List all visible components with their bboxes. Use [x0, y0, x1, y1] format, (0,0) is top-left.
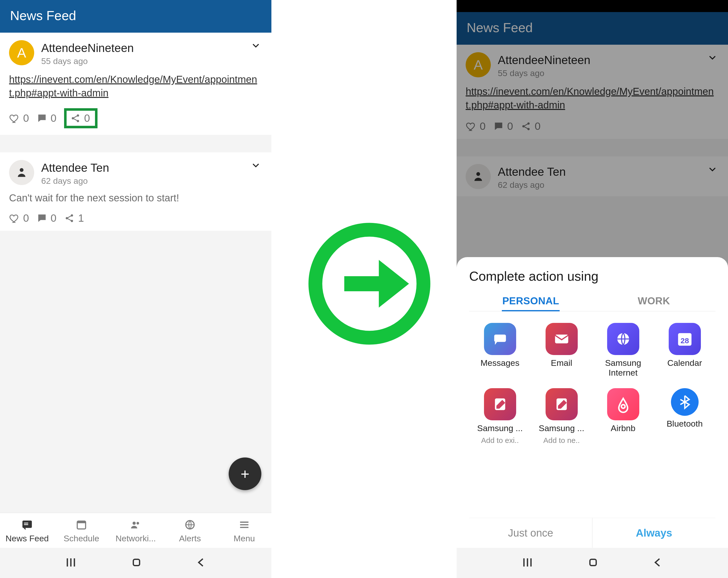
- avatar[interactable]: A: [9, 40, 34, 65]
- browser-icon: [607, 323, 639, 355]
- tab-label: Menu: [233, 533, 255, 543]
- people-icon: [129, 519, 142, 531]
- svg-rect-7: [22, 521, 32, 528]
- app-label: Samsung ...: [477, 423, 523, 433]
- home-button[interactable]: [587, 556, 599, 570]
- share-target-messages[interactable]: Messages: [469, 323, 531, 378]
- tab-label: Schedule: [63, 533, 99, 543]
- tab-work[interactable]: WORK: [592, 293, 716, 311]
- home-button[interactable]: [130, 556, 143, 570]
- globe-icon: [184, 519, 196, 531]
- svg-point-12: [133, 522, 136, 525]
- tab-personal[interactable]: PERSONAL: [469, 293, 592, 311]
- share-target-samsung-notes-new[interactable]: Samsung ... Add to ne..: [531, 388, 592, 445]
- app-label: Airbnb: [610, 423, 635, 433]
- post-author[interactable]: Attendee Ten: [41, 161, 262, 174]
- post-text: Can't wait for the next session to start…: [9, 192, 179, 203]
- tab-alerts[interactable]: Alerts: [163, 519, 217, 543]
- plus-icon: +: [240, 465, 249, 483]
- app-label: Calendar: [668, 358, 702, 368]
- comment-button[interactable]: 0: [36, 112, 56, 124]
- bottom-nav: News Feed Schedule Networki... Alerts Me…: [0, 513, 271, 548]
- share-target-airbnb[interactable]: Airbnb: [592, 388, 654, 445]
- comment-count: 0: [51, 212, 56, 224]
- just-once-button[interactable]: Just once: [469, 518, 593, 548]
- tab-schedule[interactable]: Schedule: [54, 519, 109, 543]
- share-button[interactable]: 1: [64, 212, 84, 224]
- always-button[interactable]: Always: [593, 518, 716, 548]
- email-icon: [546, 323, 578, 355]
- share-target-email[interactable]: Email: [531, 323, 592, 378]
- app-label: Samsung ...: [539, 423, 584, 433]
- recents-button[interactable]: [520, 555, 535, 571]
- share-target-bluetooth[interactable]: Bluetooth: [654, 388, 716, 445]
- messages-icon: [484, 323, 516, 355]
- comment-count: 0: [51, 112, 56, 124]
- share-count: 1: [78, 212, 84, 224]
- bluetooth-icon: [671, 388, 699, 416]
- tab-news-feed[interactable]: News Feed: [0, 519, 54, 543]
- app-label: Bluetooth: [667, 419, 703, 429]
- svg-rect-21: [494, 335, 506, 342]
- share-target-samsung-notes-existing[interactable]: Samsung ... Add to exi..: [469, 388, 531, 445]
- like-button[interactable]: 0: [9, 212, 29, 224]
- phone-screenshot-right: News Feed A AttendeeNineteen 55 days ago…: [457, 0, 728, 578]
- post-menu-button[interactable]: [251, 161, 261, 171]
- app-label: Email: [551, 358, 572, 368]
- svg-point-28: [621, 405, 625, 408]
- share-count: 0: [84, 112, 90, 124]
- like-button[interactable]: 0: [9, 112, 29, 124]
- tab-label: News Feed: [5, 533, 49, 543]
- back-button[interactable]: [195, 556, 208, 570]
- transition-arrow: [307, 221, 432, 347]
- news-feed: A AttendeeNineteen 55 days ago https://i…: [0, 33, 271, 231]
- fab-new-post[interactable]: +: [229, 458, 261, 490]
- post-link[interactable]: https://inevent.com/en/Knowledge/MyEvent…: [9, 73, 262, 100]
- share-icon: [64, 213, 75, 224]
- comment-button[interactable]: 0: [36, 212, 56, 224]
- back-button[interactable]: [652, 556, 664, 570]
- comment-icon: [36, 113, 48, 124]
- sheet-title: Complete action using: [469, 269, 716, 284]
- app-label: Messages: [480, 358, 519, 368]
- tab-label: Alerts: [179, 533, 201, 543]
- share-target-calendar[interactable]: 28 Calendar: [654, 323, 716, 378]
- share-target-samsung-internet[interactable]: Samsung Internet: [592, 323, 654, 378]
- note-icon: [484, 388, 516, 420]
- tab-label: Networki...: [115, 533, 156, 543]
- chevron-down-icon: [251, 161, 261, 170]
- android-nav-bar: [0, 548, 271, 578]
- feed-icon: [21, 519, 33, 531]
- like-count: 0: [23, 112, 29, 124]
- recents-button[interactable]: [64, 555, 78, 571]
- like-count: 0: [23, 212, 29, 224]
- share-app-grid: Messages Email Samsung Internet 28 Calen…: [469, 323, 716, 445]
- menu-icon: [238, 519, 251, 531]
- post-author[interactable]: AttendeeNineteen: [41, 41, 262, 55]
- arrow-right-icon: [307, 221, 432, 347]
- svg-rect-15: [133, 559, 140, 566]
- avatar[interactable]: [9, 160, 34, 185]
- share-button[interactable]: 0: [64, 108, 98, 128]
- post-menu-button[interactable]: [251, 41, 261, 52]
- note-icon: [546, 388, 578, 420]
- sheet-tabs: PERSONAL WORK: [469, 293, 716, 311]
- feed-post: A AttendeeNineteen 55 days ago https://i…: [0, 33, 271, 135]
- tab-networking[interactable]: Networki...: [109, 519, 163, 543]
- heart-icon: [9, 113, 20, 124]
- svg-rect-22: [555, 335, 568, 343]
- comment-icon: [36, 213, 48, 224]
- post-timestamp: 62 days ago: [41, 176, 262, 186]
- person-icon: [14, 165, 29, 180]
- svg-rect-9: [24, 524, 28, 525]
- app-sublabel: Add to exi..: [481, 436, 519, 445]
- phone-screenshot-left: News Feed A AttendeeNineteen 55 days ago…: [0, 0, 271, 578]
- svg-rect-8: [24, 523, 28, 524]
- share-sheet: Complete action using PERSONAL WORK Mess…: [457, 257, 728, 548]
- svg-text:28: 28: [680, 336, 689, 345]
- svg-rect-29: [590, 559, 596, 566]
- svg-rect-11: [77, 521, 85, 523]
- android-nav-bar: [457, 548, 728, 578]
- share-icon: [70, 113, 81, 124]
- tab-menu[interactable]: Menu: [217, 519, 271, 543]
